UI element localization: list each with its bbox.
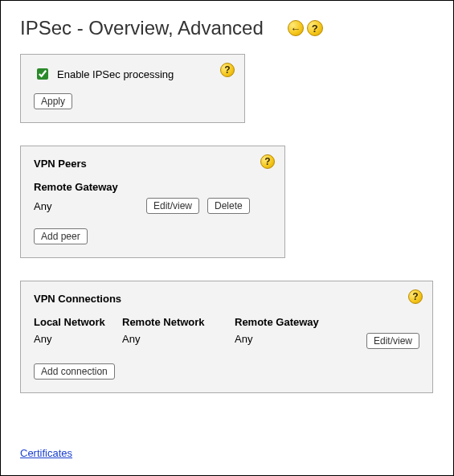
delete-button[interactable]: Delete [207, 198, 250, 214]
local-network-column: Local Network Any [34, 316, 122, 349]
help-icon[interactable]: ? [307, 20, 323, 36]
vpn-connections-table: Local Network Any Remote Network Any Rem… [34, 316, 419, 349]
enable-ipsec-panel: ? Enable IPSec processing Apply [20, 54, 245, 123]
edit-view-button[interactable]: Edit/view [366, 333, 419, 349]
remote-gateway-value: Any [235, 333, 347, 345]
page-container: IPSec - Overview, Advanced ← ? ? Enable … [0, 0, 454, 476]
vpn-connections-title: VPN Connections [34, 293, 419, 305]
remote-gateway-header: Remote Gateway [34, 181, 272, 193]
title-icons: ← ? [288, 20, 323, 36]
local-network-value: Any [34, 333, 122, 345]
remote-gateway-header: Remote Gateway [235, 316, 347, 328]
apply-button[interactable]: Apply [34, 93, 72, 109]
title-row: IPSec - Overview, Advanced ← ? [20, 17, 434, 39]
vpn-connections-panel: ? VPN Connections Local Network Any Remo… [20, 281, 433, 393]
table-row: Any Edit/view Delete [34, 198, 272, 214]
action-header-spacer [416, 316, 419, 328]
enable-ipsec-checkbox[interactable] [37, 68, 48, 80]
remote-network-header: Remote Network [122, 316, 235, 328]
action-column: Edit/view [347, 316, 419, 349]
help-icon[interactable]: ? [260, 154, 275, 169]
vpn-peers-table: Remote Gateway Any Edit/view Delete [34, 181, 272, 214]
remote-gateway-value: Any [34, 200, 138, 212]
remote-network-column: Remote Network Any [122, 316, 235, 349]
help-icon[interactable]: ? [408, 289, 423, 304]
page-title: IPSec - Overview, Advanced [20, 17, 264, 39]
remote-network-value: Any [122, 333, 235, 345]
enable-ipsec-label: Enable IPSec processing [57, 68, 174, 80]
back-icon[interactable]: ← [288, 20, 304, 36]
help-icon[interactable]: ? [220, 63, 235, 77]
local-network-header: Local Network [34, 316, 122, 328]
add-peer-button[interactable]: Add peer [34, 228, 88, 244]
edit-view-button[interactable]: Edit/view [146, 198, 199, 214]
vpn-peers-title: VPN Peers [34, 158, 272, 170]
remote-gateway-column: Remote Gateway Any [235, 316, 347, 349]
add-connection-button[interactable]: Add connection [34, 363, 115, 380]
vpn-peers-panel: ? VPN Peers Remote Gateway Any Edit/view… [20, 146, 285, 258]
certificates-link[interactable]: Certificates [20, 447, 72, 459]
enable-ipsec-row: Enable IPSec processing [34, 66, 231, 82]
